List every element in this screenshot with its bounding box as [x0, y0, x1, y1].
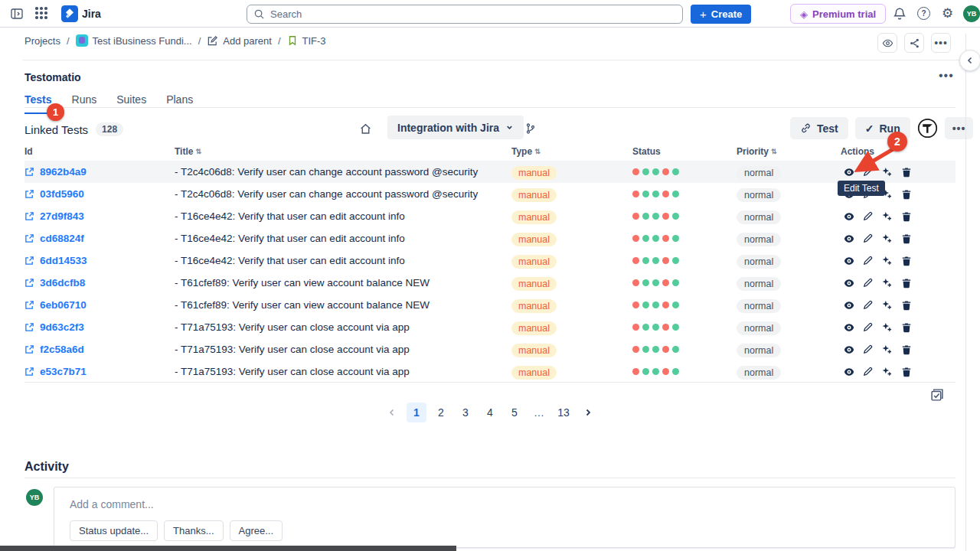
page-button-5[interactable]: 5 [505, 403, 524, 422]
view-test-icon[interactable] [842, 343, 855, 356]
next-page-icon[interactable] [578, 403, 598, 422]
test-id-link[interactable]: f2c58a6d [40, 344, 84, 355]
table-row[interactable]: 3d6dcfb8 - T61cfef89: Verify user can vi… [24, 272, 956, 294]
ai-sparkles-icon[interactable] [880, 254, 893, 267]
delete-test-icon[interactable] [900, 232, 913, 245]
more-options-button[interactable]: ••• [931, 33, 951, 53]
table-row[interactable]: 6dd14533 - T16ce4e42: Verify that user c… [24, 249, 956, 272]
panel-more-icon[interactable]: ••• [939, 69, 954, 83]
premium-trial-button[interactable]: ◈ Premium trial [790, 4, 886, 24]
jira-logo[interactable] [61, 5, 78, 22]
settings-gear-icon[interactable]: ⚙ [942, 5, 953, 21]
page-button-13[interactable]: 13 [554, 403, 573, 422]
table-row[interactable]: 03fd5960 - T2c4c06d8: Verify user can ch… [24, 183, 956, 205]
view-test-icon[interactable] [842, 365, 855, 378]
ai-sparkles-icon[interactable] [880, 276, 893, 289]
test-id-link[interactable]: 8962b4a9 [40, 166, 87, 178]
table-row[interactable]: e53c7b71 - T71a75193: Verify user can cl… [24, 360, 956, 383]
column-header-priority[interactable]: Priority⇅ [737, 146, 841, 157]
project-avatar [76, 34, 88, 47]
edit-test-icon[interactable] [861, 210, 874, 223]
previous-page-icon[interactable] [382, 403, 402, 422]
user-avatar[interactable]: YB [963, 5, 980, 22]
table-row[interactable]: 27d9f843 - T16ce4e42: Verify that user c… [24, 205, 956, 227]
link-test-button[interactable]: Test [790, 117, 848, 139]
edit-test-icon[interactable] [861, 298, 874, 311]
share-button[interactable] [904, 33, 924, 53]
table-row[interactable]: f2c58a6d - T71a75193: Verify user can cl… [24, 338, 956, 360]
watch-eye-button[interactable] [877, 33, 897, 53]
sidebar-toggle-icon[interactable] [9, 6, 24, 21]
batch-select-icon[interactable] [929, 387, 945, 403]
view-test-icon[interactable] [842, 210, 855, 223]
tab-suites[interactable]: Suites [116, 93, 146, 114]
edit-test-icon[interactable] [861, 254, 874, 267]
view-test-icon[interactable] [842, 298, 855, 311]
quick-reply-button[interactable]: Status update... [70, 520, 158, 541]
panel-toolbar-more-button[interactable]: ••• [945, 117, 974, 139]
integration-dropdown[interactable]: Integration with Jira [387, 116, 524, 139]
view-test-icon[interactable] [842, 276, 855, 289]
test-id-link[interactable]: 9d63c2f3 [40, 321, 84, 333]
test-id-link[interactable]: 6eb06710 [40, 299, 87, 311]
delete-test-icon[interactable] [900, 343, 913, 356]
page-button-3[interactable]: 3 [456, 403, 475, 422]
ai-sparkles-icon[interactable] [880, 365, 893, 378]
view-test-icon[interactable] [842, 321, 855, 334]
table-row[interactable]: 6eb06710 - T61cfef89: Verify user can vi… [24, 294, 956, 316]
ai-sparkles-icon[interactable] [880, 210, 893, 223]
delete-test-icon[interactable] [900, 210, 913, 223]
help-icon[interactable]: ? [917, 7, 930, 20]
tab-runs[interactable]: Runs [72, 93, 97, 114]
table-row[interactable]: 9d63c2f3 - T71a75193: Verify user can cl… [24, 316, 956, 338]
delete-test-icon[interactable] [900, 365, 913, 378]
test-id-link[interactable]: cd68824f [40, 233, 84, 244]
edit-test-icon[interactable] [861, 232, 874, 245]
home-icon[interactable] [358, 122, 372, 135]
search-input[interactable]: Search [247, 5, 683, 24]
view-test-icon[interactable] [842, 254, 855, 267]
column-header-type[interactable]: Type⇅ [511, 146, 632, 157]
ai-sparkles-icon[interactable] [880, 298, 893, 311]
test-id-link[interactable]: 27d9f843 [40, 210, 84, 222]
panel-collapse-handle[interactable] [959, 50, 980, 71]
breadcrumb-project[interactable]: Test iBusiness Fundi... [76, 34, 192, 47]
tab-plans[interactable]: Plans [166, 93, 193, 114]
edit-test-icon[interactable] [861, 365, 874, 378]
column-header-title[interactable]: Title⇅ [175, 146, 511, 157]
comment-box[interactable]: Add a comment... Status update...Thanks.… [54, 487, 956, 548]
ai-sparkles-icon[interactable] [880, 232, 893, 245]
create-button[interactable]: + Create [691, 5, 751, 24]
quick-reply-button[interactable]: Agree... [230, 520, 283, 541]
table-row[interactable]: 8962b4a9 - T2c4c06d8: Verify user can ch… [24, 161, 956, 183]
edit-test-icon[interactable] [861, 321, 874, 334]
delete-test-icon[interactable] [900, 254, 913, 267]
page-button-2[interactable]: 2 [431, 403, 451, 422]
testomatio-logo[interactable] [917, 118, 938, 139]
delete-test-icon[interactable] [900, 276, 913, 289]
view-test-icon[interactable] [842, 232, 855, 245]
notifications-bell-icon[interactable] [893, 7, 906, 21]
test-id-link[interactable]: e53c7b71 [40, 366, 87, 377]
test-id-link[interactable]: 3d6dcfb8 [40, 277, 85, 289]
test-id-link[interactable]: 6dd14533 [40, 255, 87, 266]
delete-test-icon[interactable] [900, 187, 913, 201]
ai-sparkles-icon[interactable] [880, 321, 893, 334]
branch-icon[interactable] [524, 122, 537, 135]
comment-placeholder[interactable]: Add a comment... [70, 498, 939, 510]
ai-sparkles-icon[interactable] [880, 343, 893, 356]
test-id-link[interactable]: 03fd5960 [40, 188, 84, 200]
delete-test-icon[interactable] [900, 321, 913, 334]
breadcrumb-projects[interactable]: Projects [24, 35, 60, 47]
add-parent-button[interactable]: Add parent [207, 35, 272, 47]
delete-test-icon[interactable] [900, 298, 913, 311]
edit-test-icon[interactable] [861, 343, 874, 356]
status-dots [632, 368, 737, 375]
page-button-1[interactable]: 1 [407, 403, 426, 422]
page-button-4[interactable]: 4 [480, 403, 500, 422]
table-row[interactable]: cd68824f - T16ce4e42: Verify that user c… [24, 227, 956, 249]
quick-reply-button[interactable]: Thanks... [164, 520, 223, 541]
breadcrumb-issue[interactable]: TIF-3 [287, 35, 326, 47]
edit-test-icon[interactable] [861, 276, 874, 289]
app-switcher-icon[interactable] [35, 7, 49, 21]
